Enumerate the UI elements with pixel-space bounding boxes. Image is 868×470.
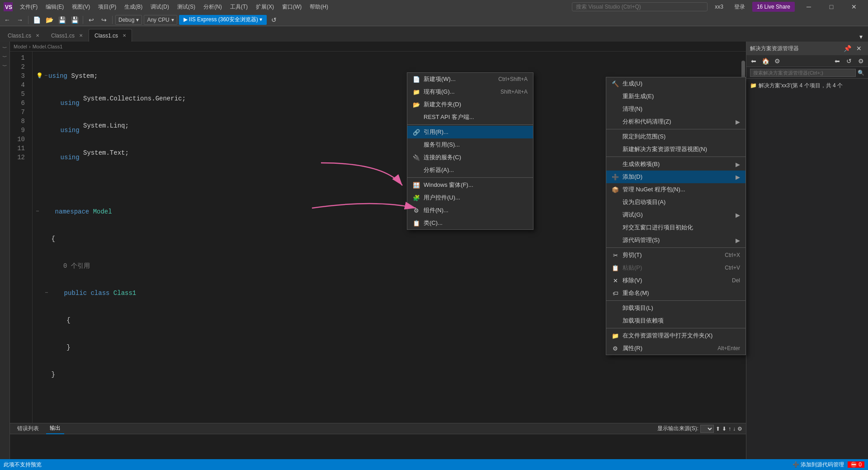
tab-close-1[interactable]: ✕ [36,33,39,38]
output-tab[interactable]: 输出 [46,423,64,434]
output-toolbar-icon-5[interactable]: ⚙ [737,426,742,432]
tab-close-3[interactable]: ✕ [123,33,126,38]
fold-8[interactable]: ─ [45,289,48,298]
lightbulb-icon[interactable]: 💡 [36,71,43,81]
new-project-icon[interactable]: 📄 [31,15,42,25]
forward-button[interactable]: → [14,15,25,25]
menu-debug[interactable]: 调试(D) [147,2,173,12]
ctx-service-ref[interactable]: 服务引用(S)... [407,138,533,151]
se-toolbar-icon-1[interactable]: ⬅ [748,56,759,66]
ctx-analyze-clean[interactable]: 分析和代码清理(Z) ▶ [606,115,745,128]
menu-tools[interactable]: 工具(T) [226,2,251,12]
menu-analyze[interactable]: 分析(N) [200,2,226,12]
ctx-reference[interactable]: 🔗 引用(R)... [407,126,533,138]
se-search-icon[interactable]: 🔍 [858,70,864,76]
ctx-rest-api[interactable]: REST API 客户端... [407,111,533,123]
refresh-icon[interactable]: ↺ [269,15,279,25]
tab-close-2[interactable]: ✕ [79,33,83,38]
output-toolbar-icon-1[interactable]: ⬆ [716,426,720,432]
add-to-source[interactable]: ➕ 添加到源代码管理 [793,461,844,469]
se-refresh-icon[interactable]: ↺ [844,56,854,66]
tab-class1-2[interactable]: Class1.cs ✕ [45,29,89,42]
ctx-load-deps[interactable]: 加载项目依赖项 [606,314,745,327]
menu-extensions[interactable]: 扩展(X) [252,2,278,12]
ctx-remove[interactable]: ✕ 移除(V) Del [606,274,745,287]
output-toolbar-icon-4[interactable]: ↓ [733,426,736,432]
tab-class1-3[interactable]: Class1.cs ✕ [89,29,132,42]
fold-1[interactable]: ─ [45,71,47,81]
menu-project[interactable]: 项目(P) [94,2,120,12]
menu-window[interactable]: 窗口(W) [278,2,305,12]
tab-class1-1[interactable]: Class1.cs ✕ [2,29,45,42]
menu-build[interactable]: 生成(B) [121,2,146,12]
ctx-build-deps[interactable]: 生成依赖项(B) ▶ [606,158,745,171]
undo-icon[interactable]: ↩ [86,15,97,25]
ctx-rebuild[interactable]: 重新生成(E) [606,90,745,103]
menu-help[interactable]: 帮助(H) [306,2,332,12]
back-button[interactable]: ← [2,15,13,25]
platform-dropdown[interactable]: Any CPU▾ [144,15,177,25]
se-solution-item[interactable]: 📁 解决方案'xx3'(第 4 个项目，共 4 个 [748,81,866,90]
reference-icon: 🔗 [413,128,420,136]
error-list-tab[interactable]: 错误列表 [14,423,42,434]
ctx-windows-form[interactable]: 🪟 Windows 窗体(F)... [407,179,533,191]
ctx-new-se-view[interactable]: 新建解决方案资源管理器视图(N) [606,143,745,156]
sidebar-icon-3[interactable]: ⟩ [1,62,9,70]
menu-test[interactable]: 测试(S) [174,2,199,12]
ctx-source-control[interactable]: 源代码管理(S) ▶ [606,234,745,247]
ctx-cut-shortcut: Ctrl+X [725,252,740,258]
output-source-select[interactable] [700,425,714,433]
ctx-rename[interactable]: 🏷 重命名(M) [606,287,745,299]
se-toolbar-icon-3[interactable]: ⚙ [772,56,783,66]
ctx-add[interactable]: ➕ 添加(D) ▶ [606,171,745,183]
output-toolbar-icon-3[interactable]: ↑ [728,426,731,432]
se-search-input[interactable] [750,69,856,77]
dropdown-tabs-icon[interactable]: ▾ [855,32,866,42]
output-toolbar-icon-2[interactable]: ⬇ [722,426,726,432]
ctx-component[interactable]: ⚙ 组件(N)... [407,204,533,217]
ctx-unload[interactable]: 卸载项目(L) [606,302,745,314]
menu-view[interactable]: 视图(V) [68,2,94,12]
se-settings-icon[interactable]: ⚙ [855,56,866,66]
ctx-set-startup[interactable]: 设为启动项目(A) [606,196,745,209]
close-button[interactable]: ✕ [844,0,864,14]
ctx-existing-item[interactable]: 📁 现有项(G)... Shift+Alt+A [407,85,533,98]
ctx-cut[interactable]: ✂ 剪切(T) Ctrl+X [606,249,745,261]
menu-edit[interactable]: 编辑(E) [42,2,67,12]
liveshare-button[interactable]: 16 Live Share [752,2,795,12]
ctx-user-control[interactable]: 🧩 用户控件(U)... [407,191,533,204]
minimize-button[interactable]: ─ [798,0,819,14]
ctx-clean[interactable]: 清理(N) [606,103,745,115]
save-all-icon[interactable]: 💾 [69,15,80,25]
se-close-icon[interactable]: ✕ [854,43,864,53]
se-toolbar-icon-2[interactable]: 🏠 [760,56,771,66]
ctx-class[interactable]: 📋 类(C)... [407,217,533,229]
title-search-input[interactable] [572,2,708,11]
ctx-debug[interactable]: 调试(G) ▶ [606,209,745,221]
ctx-build[interactable]: 🔨 生成(U) [606,77,745,90]
run-button[interactable]: ▶ IIS Express (360安全浏览器) ▾ [179,15,267,25]
fold-6[interactable]: ─ [36,207,39,216]
menu-file[interactable]: 文件(F) [16,2,41,12]
ctx-analyzer[interactable]: 分析器(A)... [407,164,533,176]
save-icon[interactable]: 💾 [57,15,67,25]
ctx-connected-service[interactable]: 🔌 连接的服务(C) [407,151,533,164]
redo-icon[interactable]: ↪ [99,15,109,25]
ctx-paste-shortcut: Ctrl+V [725,265,740,271]
se-collapse-icon[interactable]: ⬅ [832,56,843,66]
ctx-new-item[interactable]: 📄 新建项(W)... Ctrl+Shift+A [407,73,533,85]
se-pin-icon[interactable]: 📌 [842,43,853,53]
sidebar-icon-2[interactable]: ⟩ [1,52,9,61]
login-button[interactable]: 登录 [731,2,749,12]
scrollbar-thumb[interactable] [741,61,745,79]
ctx-manage-nuget[interactable]: 📦 管理 NuGet 程序包(N)... [606,183,745,196]
ctx-init-interactive[interactable]: 对交互窗口进行项目初始化 [606,221,745,234]
restore-button[interactable]: □ [821,0,842,14]
ctx-new-folder[interactable]: 📂 新建文件夹(D) [407,98,533,111]
ctx-scope[interactable]: 限定到此范围(S) [606,130,745,143]
ctx-open-folder[interactable]: 📁 在文件资源管理器中打开文件夹(X) [606,329,745,342]
sidebar-icon-1[interactable]: ⟩ [1,43,9,52]
debug-config-dropdown[interactable]: Debug▾ [115,15,142,25]
ctx-properties[interactable]: ⚙ 属性(R) Alt+Enter [606,342,745,355]
open-icon[interactable]: 📂 [44,15,55,25]
